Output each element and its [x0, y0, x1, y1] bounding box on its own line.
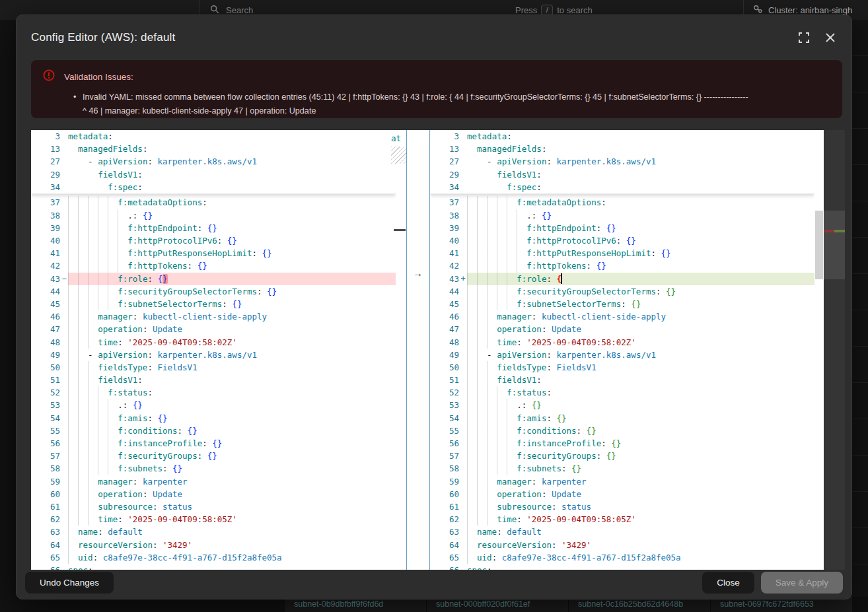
code-line[interactable]: 64resourceVersion: '3429' [31, 538, 396, 551]
code-line[interactable]: 45f:subnetSelectorTerms: {} [430, 298, 814, 310]
line-number[interactable]: 57 [430, 451, 459, 461]
code-line[interactable]: 54f:amis: {} [31, 412, 396, 425]
code-text[interactable]: resourceVersion: '3429' [68, 538, 396, 551]
code-text[interactable]: metadata: [68, 130, 396, 143]
code-line[interactable]: 52f:status: [430, 386, 814, 399]
code-text[interactable]: f:subnets: {} [68, 462, 396, 475]
code-line[interactable]: 56f:instanceProfile: {} [430, 437, 814, 450]
code-text[interactable]: fieldsV1: [68, 374, 396, 386]
sticky-line[interactable]: 3metadata: [31, 130, 396, 143]
vertical-scrollbar[interactable] [814, 130, 824, 570]
code-text[interactable]: f:spec: [68, 181, 396, 193]
code-line[interactable]: 42f:httpTokens: {} [430, 259, 814, 272]
line-number[interactable]: 51 [31, 375, 60, 385]
line-number[interactable]: 55 [430, 426, 459, 436]
overview-viewport[interactable] [824, 211, 845, 279]
line-number[interactable]: 27 [430, 156, 459, 166]
line-number[interactable]: 52 [430, 388, 459, 397]
line-number[interactable]: 39 [31, 223, 60, 233]
line-number[interactable]: 63 [31, 527, 60, 537]
code-text[interactable]: .: {} [68, 209, 396, 222]
line-number[interactable]: 65 [430, 553, 459, 562]
code-text[interactable]: uid: c8afe97e-38cc-4f91-a767-d15f2a8fe05… [467, 551, 814, 564]
code-line[interactable]: 57f:securityGroups: {} [430, 450, 814, 462]
code-text[interactable]: f:metadataOptions: [467, 196, 814, 209]
save-apply-button[interactable]: Save & Apply [761, 572, 843, 594]
code-line[interactable]: 50fieldsType: FieldsV1 [430, 361, 814, 374]
code-text[interactable]: managedFields: [68, 143, 396, 155]
sticky-line[interactable]: 27- apiVersion: karpenter.k8s.aws/v1 [430, 155, 814, 168]
code-line[interactable]: 37f:metadataOptions: [31, 196, 396, 209]
line-number[interactable]: 55 [31, 426, 60, 436]
line-number[interactable]: 42 [430, 261, 459, 271]
line-number[interactable]: 64 [31, 540, 60, 550]
line-number[interactable]: 50 [430, 362, 459, 372]
code-line[interactable]: 66spec: [31, 564, 396, 570]
code-line[interactable]: 38.: {} [430, 209, 814, 222]
code-line[interactable]: 41f:httpPutResponseHopLimit: {} [31, 247, 396, 259]
code-text[interactable]: subresource: status [68, 500, 396, 513]
line-number[interactable]: 60 [31, 489, 60, 499]
code-line[interactable]: 37f:metadataOptions: [430, 196, 814, 209]
code-line[interactable]: 45f:subnetSelectorTerms: {} [31, 298, 396, 310]
code-text[interactable]: f:httpPutResponseHopLimit: {} [467, 247, 814, 259]
code-text[interactable]: name: default [467, 526, 814, 538]
line-number[interactable]: 3 [31, 131, 60, 141]
line-number[interactable]: 49 [31, 350, 60, 360]
code-text[interactable]: fieldsType: FieldsV1 [467, 361, 814, 374]
line-number[interactable]: 57 [31, 451, 60, 461]
code-line[interactable]: 52f:status: [31, 386, 396, 399]
code-line[interactable]: 54f:amis: {} [430, 412, 814, 425]
line-number[interactable]: 45 [31, 299, 60, 309]
line-number[interactable]: 38 [430, 211, 459, 221]
line-number[interactable]: 40 [430, 236, 459, 246]
line-number[interactable]: 38 [31, 211, 60, 221]
line-number[interactable]: 42 [31, 261, 60, 271]
code-text[interactable]: metadata: [467, 130, 814, 143]
close-icon[interactable] [821, 28, 840, 47]
line-number[interactable]: 3 [430, 131, 459, 141]
code-line[interactable]: 53.: {} [31, 399, 396, 411]
code-text[interactable]: f:securityGroups: {} [467, 450, 814, 462]
line-number[interactable]: 58 [430, 463, 459, 473]
code-line[interactable]: 49- apiVersion: karpenter.k8s.aws/v1 [430, 349, 814, 361]
line-number[interactable]: 54 [430, 413, 459, 423]
line-number[interactable]: 63 [430, 527, 459, 537]
code-line[interactable]: 50fieldsType: FieldsV1 [31, 361, 396, 374]
line-number[interactable]: 47 [430, 324, 459, 334]
line-number[interactable]: 60 [430, 489, 459, 499]
line-number[interactable]: 62 [31, 514, 60, 524]
code-text[interactable]: f:amis: {} [467, 412, 814, 425]
code-text[interactable]: time: '2025-09-04T09:58:02Z' [467, 335, 814, 348]
undo-changes-button[interactable]: Undo Changes [25, 572, 114, 594]
line-number[interactable]: 64 [430, 540, 459, 550]
expand-button[interactable] [795, 28, 813, 47]
code-line[interactable]: 40f:httpProtocolIPv6: {} [430, 234, 814, 247]
code-line[interactable]: 43+f:role: { [430, 273, 814, 285]
code-line[interactable]: 47operation: Update [31, 323, 396, 335]
code-text[interactable]: f:subnetSelectorTerms: {} [467, 298, 814, 310]
line-number[interactable]: 61 [430, 502, 459, 512]
line-number[interactable]: 65 [31, 553, 60, 562]
line-number[interactable]: 48 [31, 337, 60, 347]
line-number[interactable]: 45 [430, 299, 459, 309]
original-editor-pane[interactable]: 37f:metadataOptions:38.: {}39f:httpEndpo… [31, 130, 396, 570]
code-text[interactable]: - apiVersion: karpenter.k8s.aws/v1 [467, 349, 814, 361]
code-line[interactable]: 63name: default [430, 526, 814, 538]
line-number[interactable]: 43 [430, 274, 459, 284]
sticky-line[interactable]: 27- apiVersion: karpenter.k8s.aws/v1 [31, 155, 396, 168]
code-line[interactable]: 48time: '2025-09-04T09:58:02Z' [430, 335, 814, 348]
line-number[interactable]: 53 [31, 400, 60, 410]
code-text[interactable]: manager: karpenter [467, 475, 814, 488]
line-number[interactable]: 58 [31, 463, 60, 473]
code-line[interactable]: 42f:httpTokens: {} [31, 259, 396, 272]
line-number[interactable]: 39 [430, 223, 459, 233]
code-text[interactable]: .: {} [467, 209, 814, 222]
line-number[interactable]: 13 [430, 144, 459, 154]
code-text[interactable]: - apiVersion: karpenter.k8s.aws/v1 [68, 155, 396, 168]
line-number[interactable]: 59 [31, 477, 60, 487]
line-number[interactable]: 54 [31, 413, 60, 423]
code-text[interactable]: spec: [68, 564, 396, 570]
code-line[interactable]: 63name: default [31, 526, 396, 538]
code-text[interactable]: - apiVersion: karpenter.k8s.aws/v1 [467, 155, 814, 168]
